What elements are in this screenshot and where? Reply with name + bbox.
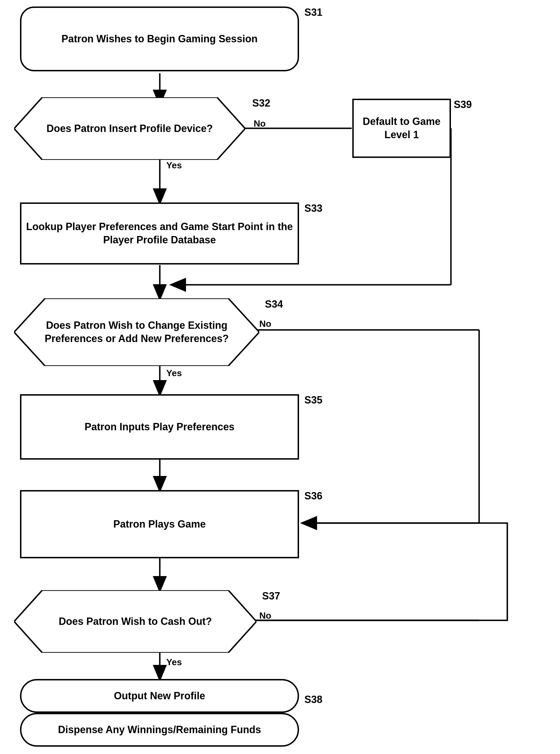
s34-node: Does Patron Wish to Change Existing Pref… — [14, 298, 259, 366]
s37-label: Does Patron Wish to Cash Out? — [59, 615, 212, 628]
s38b-label: Dispense Any Winnings/Remaining Funds — [58, 723, 261, 736]
s36-label: Patron Plays Game — [113, 518, 206, 531]
s38-step: S38 — [304, 694, 322, 705]
s33-label: Lookup Player Preferences and Game Start… — [21, 220, 298, 247]
s34-step: S34 — [265, 298, 283, 310]
s33-step: S33 — [304, 202, 322, 214]
no-s32-label: No — [254, 118, 266, 129]
s38b-node: Dispense Any Winnings/Remaining Funds — [20, 713, 299, 747]
yes-s32-label: Yes — [166, 160, 182, 171]
s37-hex-svg: Does Patron Wish to Cash Out? — [14, 590, 257, 653]
flowchart: Patron Wishes to Begin Gaming Session S3… — [0, 0, 560, 754]
yes-s37-label: Yes — [166, 657, 182, 668]
s33-node: Lookup Player Preferences and Game Start… — [20, 202, 299, 265]
yes-s34-label: Yes — [166, 368, 182, 379]
s36-node: Patron Plays Game — [20, 490, 299, 558]
s35-label: Patron Inputs Play Preferences — [84, 421, 235, 434]
s34-hex-svg: Does Patron Wish to Change Existing Pref… — [14, 298, 259, 366]
s39-label: Default to Game Level 1 — [354, 115, 449, 141]
s31-step: S31 — [304, 6, 322, 18]
s32-hex-svg: Does Patron Insert Profile Device? — [14, 97, 245, 160]
s32-label: Does Patron Insert Profile Device? — [46, 122, 213, 135]
s39-step: S39 — [454, 99, 472, 111]
s35-step: S35 — [304, 394, 322, 406]
s34-label: Does Patron Wish to Change Existing Pref… — [39, 319, 234, 345]
s31-label: Patron Wishes to Begin Gaming Session — [61, 33, 258, 46]
s39-node: Default to Game Level 1 — [352, 99, 451, 158]
s37-node: Does Patron Wish to Cash Out? — [14, 590, 257, 653]
s38a-label: Output New Profile — [114, 690, 205, 703]
no-s37-label: No — [259, 611, 272, 621]
s35-node: Patron Inputs Play Preferences — [20, 394, 299, 460]
s36-step: S36 — [304, 490, 322, 502]
s37-step: S37 — [262, 590, 280, 602]
s32-node: Does Patron Insert Profile Device? — [14, 97, 245, 160]
s38a-node: Output New Profile — [20, 679, 299, 713]
s32-step: S32 — [252, 97, 270, 109]
s31-node: Patron Wishes to Begin Gaming Session — [20, 6, 299, 71]
no-s34-label: No — [259, 318, 272, 329]
